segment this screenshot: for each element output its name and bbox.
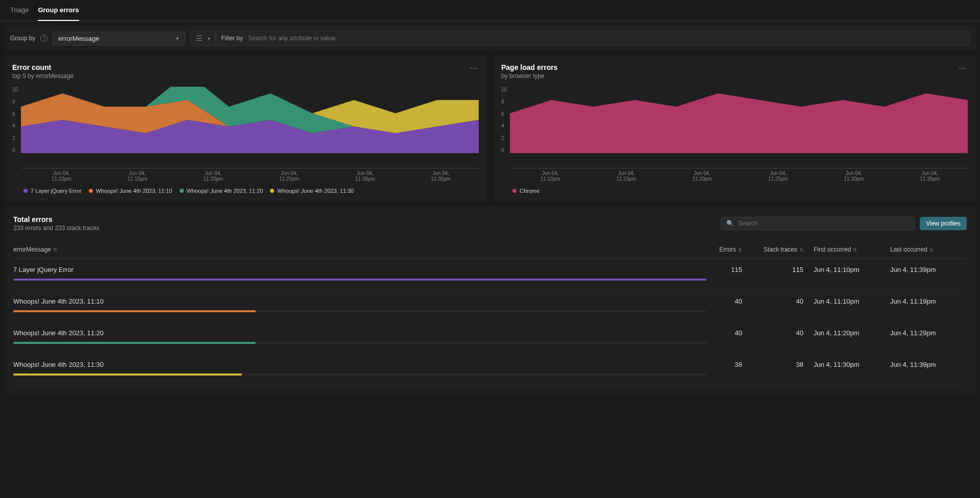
cell-first-occurred: Jun 4, 11:10pm — [814, 297, 890, 305]
x-tick: Jun 04,11:15pm — [100, 170, 176, 182]
legend-dot — [180, 189, 184, 193]
x-tick: Jun 04,11:35pm — [892, 170, 968, 182]
legend: Chrome — [512, 188, 968, 194]
x-tick: Jun 04,11:25pm — [251, 170, 327, 182]
cell-last-occurred: Jun 4, 11:39pm — [890, 266, 967, 273]
th-first-occurred[interactable]: First occurred⇅ — [814, 246, 890, 253]
row-bar-fill — [13, 374, 242, 376]
filter-by-section: ☰ ▾ Filter by — [190, 31, 970, 46]
legend-label: Chrome — [520, 188, 540, 194]
tab-triage[interactable]: Triage — [10, 0, 29, 21]
row-bar-fill — [13, 279, 706, 281]
tab-group-errors[interactable]: Group errors — [38, 0, 79, 21]
th-errors[interactable]: Errors⇅ — [706, 246, 752, 253]
y-tick: 4 — [12, 123, 18, 129]
x-tick: Jun 04,11:10pm — [512, 170, 589, 182]
x-tick: Jun 04,11:30pm — [327, 170, 403, 182]
th-error-message[interactable]: errorMessage⇅ — [13, 246, 706, 253]
cell-errors: 40 — [706, 297, 752, 305]
sort-icon: ⇅ — [799, 247, 803, 253]
y-tick: 4 — [501, 123, 507, 129]
cell-first-occurred: Jun 4, 11:20pm — [814, 329, 890, 337]
y-axis: 1086420 — [12, 87, 21, 153]
legend-dot — [23, 189, 28, 193]
cell-last-occurred: Jun 4, 11:39pm — [890, 361, 967, 368]
x-tick: Jun 04,11:35pm — [403, 170, 479, 182]
row-bar-fill — [13, 310, 256, 312]
filter-by-label: Filter by — [221, 35, 243, 42]
legend-item[interactable]: Whoops! June 4th 2023, 11:20 — [180, 188, 263, 194]
legend-dot — [512, 189, 517, 193]
x-axis: Jun 04,11:10pmJun 04,11:15pmJun 04,11:20… — [23, 170, 479, 182]
filter-icon[interactable]: ☰ — [196, 34, 203, 42]
sort-icon: ⇅ — [53, 247, 57, 253]
group-by-value: errorMessage — [58, 35, 99, 42]
x-tick: Jun 04,11:25pm — [740, 170, 816, 182]
chart-area: 1086420 — [501, 87, 968, 168]
legend-item[interactable]: 7 Layer jQuery Error — [23, 188, 82, 194]
table-row[interactable]: 7 Layer jQuery Error115115Jun 4, 11:10pm… — [13, 259, 967, 290]
group-by-select[interactable]: errorMessage ▼ — [53, 32, 185, 45]
cell-stack-traces: 40 — [752, 297, 814, 305]
error-message-text: 7 Layer jQuery Error — [13, 266, 706, 273]
chart-plot — [21, 87, 479, 168]
y-tick: 10 — [501, 87, 507, 92]
y-tick: 0 — [501, 147, 507, 153]
th-stack-traces[interactable]: Stack traces⇅ — [752, 246, 814, 253]
chart-menu-icon[interactable]: ⋯ — [959, 63, 968, 73]
x-tick: Jun 04,11:10pm — [23, 170, 100, 182]
tab-bar: Triage Group errors — [0, 0, 980, 21]
error-message-text: Whoops! June 4th 2023, 11:30 — [13, 361, 706, 368]
x-tick: Jun 04,11:20pm — [175, 170, 251, 182]
filter-input[interactable] — [248, 35, 964, 42]
chevron-down-icon: ▼ — [175, 36, 180, 41]
table-row[interactable]: Whoops! June 4th 2023, 11:204040Jun 4, 1… — [13, 322, 967, 354]
legend-label: 7 Layer jQuery Error — [31, 188, 82, 194]
cell-stack-traces: 38 — [752, 361, 814, 368]
cell-last-occurred: Jun 4, 11:19pm — [890, 297, 967, 305]
y-tick: 0 — [12, 147, 18, 153]
error-message-text: Whoops! June 4th 2023, 11:20 — [13, 329, 706, 337]
legend-item[interactable]: Chrome — [512, 188, 540, 194]
y-axis: 1086420 — [501, 87, 510, 153]
cell-error-message: Whoops! June 4th 2023, 11:20 — [13, 329, 706, 344]
view-profiles-button[interactable]: View profiles — [920, 217, 967, 230]
legend-label: Whoops! June 4th 2023, 11:30 — [277, 188, 354, 194]
th-last-occurred[interactable]: Last occurred⇅ — [890, 246, 967, 253]
cell-errors: 38 — [706, 361, 752, 368]
svg-marker-4 — [510, 93, 968, 153]
cell-first-occurred: Jun 4, 11:30pm — [814, 361, 890, 368]
legend-item[interactable]: Whoops! June 4th 2023, 11:10 — [89, 188, 173, 194]
table-row[interactable]: Whoops! June 4th 2023, 11:104040Jun 4, 1… — [13, 290, 967, 322]
table-row[interactable]: Whoops! June 4th 2023, 11:303838Jun 4, 1… — [13, 354, 967, 385]
chevron-down-icon[interactable]: ▾ — [208, 36, 210, 41]
table-controls: 🔍 View profiles — [721, 217, 967, 230]
legend-label: Whoops! June 4th 2023, 11:10 — [96, 188, 173, 194]
chart-page-load-errors: Page load errors by browser type ⋯ 10864… — [493, 55, 976, 202]
error-message-text: Whoops! June 4th 2023, 11:10 — [13, 297, 706, 305]
cell-error-message: Whoops! June 4th 2023, 11:30 — [13, 361, 706, 376]
y-tick: 2 — [501, 135, 507, 141]
charts-row: Error count top 5 by errorMessage ⋯ 1086… — [0, 55, 980, 206]
table-subtitle: 233 errors and 233 stack traces — [13, 225, 100, 232]
y-tick: 8 — [12, 99, 18, 105]
y-tick: 8 — [501, 99, 507, 105]
row-bar-track — [13, 310, 706, 312]
table-title: Total errors — [13, 215, 100, 223]
sort-icon: ⇅ — [853, 247, 857, 253]
chart-error-count: Error count top 5 by errorMessage ⋯ 1086… — [4, 55, 487, 202]
group-by-label: Group by — [10, 35, 35, 42]
row-bar-track — [13, 342, 706, 344]
y-tick: 6 — [12, 111, 18, 117]
y-tick: 10 — [12, 87, 18, 92]
legend-item[interactable]: Whoops! June 4th 2023, 11:30 — [270, 188, 354, 194]
cell-stack-traces: 40 — [752, 329, 814, 337]
search-input[interactable] — [738, 220, 909, 227]
x-tick: Jun 04,11:30pm — [816, 170, 892, 182]
x-tick: Jun 04,11:15pm — [589, 170, 665, 182]
filter-bar: Group by ? errorMessage ▼ ☰ ▾ Filter by — [4, 26, 976, 51]
chart-title: Page load errors — [501, 63, 968, 71]
chart-menu-icon[interactable]: ⋯ — [470, 63, 479, 73]
chart-area: 1086420 — [12, 87, 479, 168]
help-icon[interactable]: ? — [40, 35, 47, 42]
